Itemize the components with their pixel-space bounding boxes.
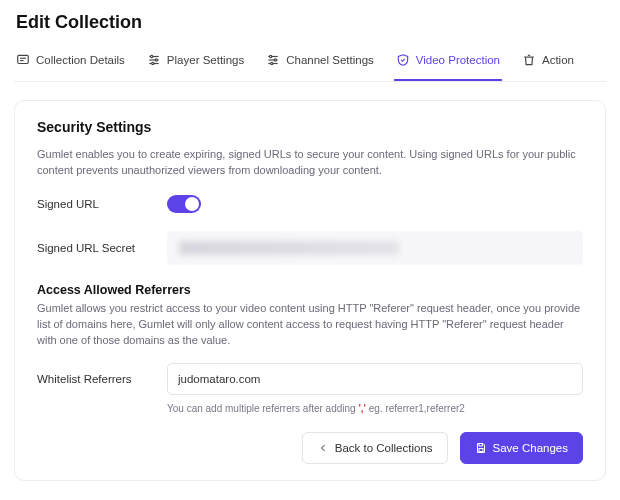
page-title: Edit Collection	[16, 12, 606, 33]
signed-url-secret-field[interactable]	[167, 231, 583, 265]
arrow-left-icon	[317, 442, 329, 454]
back-to-collections-button[interactable]: Back to Collections	[302, 432, 448, 464]
save-changes-button[interactable]: Save Changes	[460, 432, 583, 464]
signed-url-secret-label: Signed URL Secret	[37, 242, 167, 254]
tab-video-protection[interactable]: Video Protection	[394, 47, 502, 81]
svg-rect-15	[479, 448, 483, 451]
whitelist-referrers-row: Whitelist Referrers	[37, 363, 583, 395]
security-settings-description: Gumlet enables you to create expiring, s…	[37, 147, 583, 179]
tab-player-settings[interactable]: Player Settings	[145, 47, 246, 81]
svg-point-13	[274, 59, 276, 61]
details-icon	[16, 53, 30, 67]
tabs: Collection Details Player Settings Chann…	[14, 47, 606, 82]
button-label: Back to Collections	[335, 442, 433, 454]
shield-icon	[396, 53, 410, 67]
svg-point-14	[271, 62, 273, 64]
tab-label: Video Protection	[416, 54, 500, 66]
sliders-icon	[147, 53, 161, 67]
button-label: Save Changes	[493, 442, 568, 454]
svg-point-6	[150, 55, 152, 57]
svg-point-7	[155, 59, 157, 61]
sliders-icon	[266, 53, 280, 67]
access-referrers-title: Access Allowed Referrers	[37, 283, 583, 297]
whitelist-referrers-hint: You can add multiple referrers after add…	[167, 403, 583, 414]
toggle-knob	[185, 197, 199, 211]
tab-label: Collection Details	[36, 54, 125, 66]
tab-collection-details[interactable]: Collection Details	[14, 47, 127, 81]
signed-url-label: Signed URL	[37, 198, 167, 210]
security-settings-title: Security Settings	[37, 119, 583, 135]
signed-url-toggle[interactable]	[167, 195, 201, 213]
security-settings-card: Security Settings Gumlet enables you to …	[14, 100, 606, 481]
tab-action[interactable]: Action	[520, 47, 576, 81]
trash-icon	[522, 53, 536, 67]
whitelist-referrers-input[interactable]	[167, 363, 583, 395]
tab-channel-settings[interactable]: Channel Settings	[264, 47, 376, 81]
save-icon	[475, 442, 487, 454]
tab-label: Action	[542, 54, 574, 66]
whitelist-referrers-label: Whitelist Referrers	[37, 373, 167, 385]
signed-url-row: Signed URL	[37, 195, 583, 213]
action-buttons: Back to Collections Save Changes	[37, 432, 583, 464]
svg-point-12	[270, 55, 272, 57]
tab-label: Player Settings	[167, 54, 244, 66]
tab-label: Channel Settings	[286, 54, 374, 66]
access-referrers-description: Gumlet allows you restrict access to you…	[37, 301, 583, 349]
signed-url-secret-row: Signed URL Secret	[37, 231, 583, 265]
svg-rect-0	[18, 55, 29, 63]
secret-blur	[179, 241, 399, 255]
svg-point-8	[152, 62, 154, 64]
